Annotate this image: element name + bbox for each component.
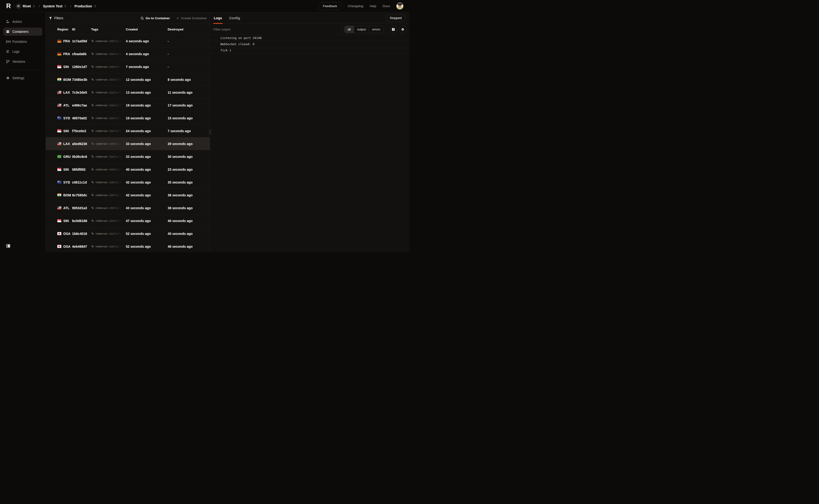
table-row[interactable]: SIN 1260e1d7 name=ws-container 7 seconds… <box>46 60 210 73</box>
sidebar-item-actors[interactable]: Actors <box>3 18 42 26</box>
sidebar-item-containers[interactable]: Containers <box>3 28 42 36</box>
destroyed-time: 35 seconds ago <box>168 180 210 184</box>
container-id: 1c7aa59d <box>72 39 91 43</box>
shapes-icon <box>6 20 10 24</box>
panel-resize-handle[interactable] <box>208 130 212 134</box>
tags-cell: name=ws-isolate <box>91 232 126 235</box>
log-line[interactable]: WebSocket closed: 0 <box>210 41 409 47</box>
breadcrumb-workspace[interactable]: R Rivet <box>16 4 35 9</box>
region-flag-icon <box>57 52 61 55</box>
chevron-right-icon <box>69 5 72 8</box>
create-container-button[interactable]: Create Container <box>176 16 207 20</box>
sidebar-item-versions[interactable]: Versions <box>3 58 42 66</box>
tag-icon <box>91 52 94 55</box>
table-row[interactable]: BOM 7348be3b name=ws-isolate 12 seconds … <box>46 73 210 86</box>
destroyed-time: 30 seconds ago <box>168 155 210 159</box>
feedback-button[interactable]: Feedback <box>319 2 341 10</box>
table-row[interactable]: GRU 0b36c8c8 name=ws-isolate 33 seconds … <box>46 150 210 163</box>
segment-output[interactable]: output <box>354 26 369 33</box>
container-id: e406c7aa <box>72 103 91 107</box>
region-code: BOM <box>63 193 71 197</box>
containers-toolbar: Filters Go to Container Create Container <box>46 12 210 24</box>
save-logs-button[interactable] <box>390 26 397 33</box>
tag-text: name=ws-container <box>96 181 123 184</box>
sidebar-item-label: Actors <box>12 20 22 24</box>
sidebar-item-logs[interactable]: Logs <box>3 48 42 56</box>
tab-logs[interactable]: Logs <box>214 12 222 24</box>
table-row[interactable]: FRA 1c7aa59d name=ws-container 4 seconds… <box>46 34 210 47</box>
create-container-label: Create Container <box>181 16 207 20</box>
table-row[interactable]: ATL 9053d1a3 name=ws-container 43 second… <box>46 201 210 214</box>
table-row[interactable]: OSA 1b8c4018 name=ws-isolate 52 seconds … <box>46 227 210 240</box>
log-line[interactable]: Listening on port 24148 <box>210 35 409 41</box>
created-time: 33 seconds ago <box>126 142 168 146</box>
breadcrumb-environment[interactable]: Production <box>74 4 97 8</box>
workspace-avatar: R <box>16 4 21 9</box>
tags-cell: name=ws-container <box>91 39 126 43</box>
region-code: GRU <box>63 155 71 159</box>
column-header-created: Created <box>126 28 168 31</box>
help-link[interactable]: Help <box>370 4 376 8</box>
region-code: SIN <box>63 219 69 223</box>
tags-cell: name=ws-container <box>91 181 126 184</box>
region-cell: SIN <box>57 219 72 223</box>
log-line[interactable]: Tick 1 <box>210 47 409 53</box>
tags-cell: name=ws-container <box>91 142 126 145</box>
tag-text: name=ws-container <box>96 168 123 171</box>
tab-config[interactable]: Config <box>229 12 240 24</box>
destroyed-time: - <box>168 39 210 43</box>
table-row[interactable]: SYD c0611c1d name=ws-container 42 second… <box>46 176 210 189</box>
segment-errors[interactable]: errors <box>369 26 383 33</box>
created-time: 33 seconds ago <box>126 155 168 159</box>
created-time: 12 seconds ago <box>126 78 168 82</box>
sidebar-item-label: Settings <box>12 76 24 80</box>
sidebar-collapse-icon[interactable] <box>6 244 10 248</box>
changelog-link[interactable]: Changelog <box>348 4 363 8</box>
filters-button[interactable]: Filters <box>49 16 63 20</box>
filter-output-input[interactable] <box>210 24 341 35</box>
chevron-up-down-icon <box>33 5 35 8</box>
table-row[interactable]: LAX 7c3e3de5 name=ws-isolate 13 seconds … <box>46 86 210 99</box>
table-row[interactable]: SIN f75ce0e2 name=ws-isolate 24 seconds … <box>46 124 210 137</box>
log-level-segmented-control: all output errors <box>344 26 384 33</box>
server-icon <box>6 30 10 34</box>
region-cell: FRA <box>57 39 72 43</box>
tag-icon <box>91 219 94 222</box>
region-cell: OSA <box>57 232 72 236</box>
go-to-container-button[interactable]: Go to Container <box>140 16 170 20</box>
table-row[interactable]: SYD 48570a02 name=ws-isolate 19 seconds … <box>46 111 210 124</box>
tags-cell: name=ws-isolate <box>91 91 126 94</box>
destroyed-time: 36 seconds ago <box>168 193 210 197</box>
table-row[interactable]: BOM 8c7585dc name=ws-container 42 second… <box>46 189 210 201</box>
docs-link[interactable]: Docs <box>383 4 390 8</box>
table-row[interactable]: FRA cfeada6b name=ws-isolate 4 seconds a… <box>46 47 210 60</box>
tags-cell: name=ws-isolate <box>91 155 126 158</box>
segment-all[interactable]: all <box>345 26 354 33</box>
table-row[interactable]: SIN bc0d6186 name=ws-container 47 second… <box>46 214 210 227</box>
user-avatar[interactable] <box>396 3 403 10</box>
sidebar-item-label: Functions <box>12 40 27 44</box>
tag-text: name=ws-container <box>96 39 123 43</box>
created-time: 19 seconds ago <box>126 116 168 120</box>
tag-text: name=ws-container <box>96 245 123 248</box>
sidebar-item-functions[interactable]: ƒ⟨×⟩ Functions <box>3 38 42 46</box>
destroyed-time: 15 seconds ago <box>168 116 210 120</box>
region-cell: GRU <box>57 155 72 159</box>
table-row[interactable]: ATL e406c7aa name=ws-isolate 19 seconds … <box>46 99 210 111</box>
filter-funnel-icon <box>49 16 52 20</box>
tags-cell: name=ws-container <box>91 65 126 68</box>
log-settings-button[interactable] <box>399 26 406 33</box>
table-row[interactable]: OSA 4eb46847 name=ws-container 52 second… <box>46 240 210 252</box>
sidebar-item-settings[interactable]: Settings <box>3 74 42 82</box>
table-row[interactable]: SIN 08fdf892 name=ws-container 40 second… <box>46 163 210 176</box>
region-code: FRA <box>63 39 70 43</box>
chevron-up-down-icon <box>64 5 67 8</box>
region-code: SIN <box>63 65 69 69</box>
created-time: 52 seconds ago <box>126 232 168 236</box>
status-badge[interactable]: Stopped <box>386 14 406 22</box>
region-cell: LAX <box>57 142 72 146</box>
region-cell: SYD <box>57 116 72 120</box>
table-row[interactable]: LAX a5ed6238 name=ws-container 33 second… <box>46 137 210 150</box>
breadcrumb-project[interactable]: System Test <box>43 4 67 8</box>
tag-text: name=ws-container <box>96 219 123 223</box>
